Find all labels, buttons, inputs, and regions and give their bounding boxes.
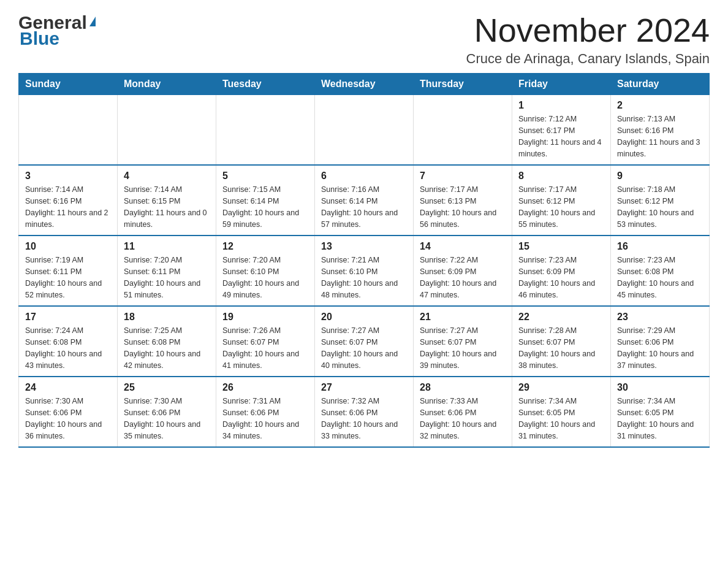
day-info: Sunrise: 7:24 AMSunset: 6:08 PMDaylight:… xyxy=(25,325,111,371)
day-number: 13 xyxy=(321,241,407,252)
day-info: Sunrise: 7:34 AMSunset: 6:05 PMDaylight:… xyxy=(617,396,703,442)
calendar-table: SundayMondayTuesdayWednesdayThursdayFrid… xyxy=(18,73,710,448)
day-number: 28 xyxy=(420,382,506,393)
calendar-cell: 25Sunrise: 7:30 AMSunset: 6:06 PMDayligh… xyxy=(118,377,216,447)
day-number: 30 xyxy=(617,382,703,393)
logo: General Blue xyxy=(18,12,96,49)
day-number: 2 xyxy=(617,100,703,111)
calendar-body: 1Sunrise: 7:12 AMSunset: 6:17 PMDaylight… xyxy=(19,95,710,448)
day-header-friday: Friday xyxy=(512,74,611,95)
day-number: 22 xyxy=(518,312,604,323)
day-info: Sunrise: 7:13 AMSunset: 6:16 PMDaylight:… xyxy=(617,113,703,159)
calendar-cell: 12Sunrise: 7:20 AMSunset: 6:10 PMDayligh… xyxy=(216,236,315,306)
calendar-cell xyxy=(315,95,414,166)
calendar-cell xyxy=(414,95,512,166)
calendar-cell: 1Sunrise: 7:12 AMSunset: 6:17 PMDaylight… xyxy=(512,95,611,166)
day-info: Sunrise: 7:18 AMSunset: 6:12 PMDaylight:… xyxy=(617,184,703,230)
day-number: 25 xyxy=(124,382,210,393)
calendar-cell xyxy=(118,95,216,166)
day-number: 21 xyxy=(420,312,506,323)
calendar-week-row: 10Sunrise: 7:19 AMSunset: 6:11 PMDayligh… xyxy=(19,236,710,306)
calendar-cell: 28Sunrise: 7:33 AMSunset: 6:06 PMDayligh… xyxy=(414,377,512,447)
day-info: Sunrise: 7:17 AMSunset: 6:12 PMDaylight:… xyxy=(518,184,604,230)
logo-blue-text: Blue xyxy=(20,28,59,49)
calendar-cell: 13Sunrise: 7:21 AMSunset: 6:10 PMDayligh… xyxy=(315,236,414,306)
calendar-cell: 27Sunrise: 7:32 AMSunset: 6:06 PMDayligh… xyxy=(315,377,414,447)
day-info: Sunrise: 7:27 AMSunset: 6:07 PMDaylight:… xyxy=(321,325,407,371)
page-header: General Blue November 2024 Cruce de Arin… xyxy=(18,12,710,67)
calendar-week-row: 17Sunrise: 7:24 AMSunset: 6:08 PMDayligh… xyxy=(19,306,710,377)
day-info: Sunrise: 7:14 AMSunset: 6:16 PMDaylight:… xyxy=(25,184,111,230)
calendar-week-row: 1Sunrise: 7:12 AMSunset: 6:17 PMDaylight… xyxy=(19,95,710,166)
day-number: 4 xyxy=(124,170,210,182)
day-number: 10 xyxy=(25,241,111,252)
day-info: Sunrise: 7:12 AMSunset: 6:17 PMDaylight:… xyxy=(518,113,604,159)
calendar-cell: 6Sunrise: 7:16 AMSunset: 6:14 PMDaylight… xyxy=(315,165,414,236)
day-info: Sunrise: 7:28 AMSunset: 6:07 PMDaylight:… xyxy=(518,325,604,371)
calendar-cell: 21Sunrise: 7:27 AMSunset: 6:07 PMDayligh… xyxy=(414,306,512,377)
calendar-cell: 8Sunrise: 7:17 AMSunset: 6:12 PMDaylight… xyxy=(512,165,611,236)
day-number: 26 xyxy=(222,382,308,393)
day-number: 12 xyxy=(222,241,308,252)
month-year-title: November 2024 xyxy=(466,12,710,48)
calendar-cell: 23Sunrise: 7:29 AMSunset: 6:06 PMDayligh… xyxy=(611,306,710,377)
day-number: 7 xyxy=(420,170,506,182)
day-number: 15 xyxy=(518,241,604,252)
calendar-cell: 24Sunrise: 7:30 AMSunset: 6:06 PMDayligh… xyxy=(19,377,118,447)
calendar-cell: 10Sunrise: 7:19 AMSunset: 6:11 PMDayligh… xyxy=(19,236,118,306)
day-info: Sunrise: 7:31 AMSunset: 6:06 PMDaylight:… xyxy=(222,396,308,442)
day-info: Sunrise: 7:26 AMSunset: 6:07 PMDaylight:… xyxy=(222,325,308,371)
calendar-cell: 20Sunrise: 7:27 AMSunset: 6:07 PMDayligh… xyxy=(315,306,414,377)
calendar-cell: 30Sunrise: 7:34 AMSunset: 6:05 PMDayligh… xyxy=(611,377,710,447)
day-info: Sunrise: 7:17 AMSunset: 6:13 PMDaylight:… xyxy=(420,184,506,230)
day-number: 16 xyxy=(617,241,703,252)
day-number: 5 xyxy=(222,170,308,182)
day-info: Sunrise: 7:16 AMSunset: 6:14 PMDaylight:… xyxy=(321,184,407,230)
calendar-cell: 18Sunrise: 7:25 AMSunset: 6:08 PMDayligh… xyxy=(118,306,216,377)
day-info: Sunrise: 7:27 AMSunset: 6:07 PMDaylight:… xyxy=(420,325,506,371)
day-header-saturday: Saturday xyxy=(611,74,710,95)
day-info: Sunrise: 7:21 AMSunset: 6:10 PMDaylight:… xyxy=(321,255,407,301)
calendar-cell: 7Sunrise: 7:17 AMSunset: 6:13 PMDaylight… xyxy=(414,165,512,236)
day-info: Sunrise: 7:33 AMSunset: 6:06 PMDaylight:… xyxy=(420,396,506,442)
day-info: Sunrise: 7:19 AMSunset: 6:11 PMDaylight:… xyxy=(25,255,111,301)
calendar-cell: 15Sunrise: 7:23 AMSunset: 6:09 PMDayligh… xyxy=(512,236,611,306)
calendar-cell xyxy=(19,95,118,166)
day-number: 18 xyxy=(124,312,210,323)
day-number: 6 xyxy=(321,170,407,182)
day-info: Sunrise: 7:20 AMSunset: 6:11 PMDaylight:… xyxy=(124,255,210,301)
calendar-week-row: 3Sunrise: 7:14 AMSunset: 6:16 PMDaylight… xyxy=(19,165,710,236)
day-info: Sunrise: 7:23 AMSunset: 6:08 PMDaylight:… xyxy=(617,255,703,301)
day-info: Sunrise: 7:30 AMSunset: 6:06 PMDaylight:… xyxy=(25,396,111,442)
day-header-sunday: Sunday xyxy=(19,74,118,95)
day-header-tuesday: Tuesday xyxy=(216,74,315,95)
day-number: 17 xyxy=(25,312,111,323)
day-number: 23 xyxy=(617,312,703,323)
calendar-cell: 5Sunrise: 7:15 AMSunset: 6:14 PMDaylight… xyxy=(216,165,315,236)
calendar-cell xyxy=(216,95,315,166)
calendar-cell: 14Sunrise: 7:22 AMSunset: 6:09 PMDayligh… xyxy=(414,236,512,306)
day-info: Sunrise: 7:20 AMSunset: 6:10 PMDaylight:… xyxy=(222,255,308,301)
calendar-cell: 26Sunrise: 7:31 AMSunset: 6:06 PMDayligh… xyxy=(216,377,315,447)
day-info: Sunrise: 7:22 AMSunset: 6:09 PMDaylight:… xyxy=(420,255,506,301)
day-number: 3 xyxy=(25,170,111,182)
day-number: 19 xyxy=(222,312,308,323)
location-text: Cruce de Arinaga, Canary Islands, Spain xyxy=(466,51,710,67)
day-header-monday: Monday xyxy=(118,74,216,95)
title-section: November 2024 Cruce de Arinaga, Canary I… xyxy=(466,12,710,67)
day-header-wednesday: Wednesday xyxy=(315,74,414,95)
day-info: Sunrise: 7:25 AMSunset: 6:08 PMDaylight:… xyxy=(124,325,210,371)
day-header-row: SundayMondayTuesdayWednesdayThursdayFrid… xyxy=(19,74,710,95)
day-number: 8 xyxy=(518,170,604,182)
calendar-cell: 16Sunrise: 7:23 AMSunset: 6:08 PMDayligh… xyxy=(611,236,710,306)
calendar-cell: 4Sunrise: 7:14 AMSunset: 6:15 PMDaylight… xyxy=(118,165,216,236)
day-number: 9 xyxy=(617,170,703,182)
day-info: Sunrise: 7:34 AMSunset: 6:05 PMDaylight:… xyxy=(518,396,604,442)
calendar-cell: 19Sunrise: 7:26 AMSunset: 6:07 PMDayligh… xyxy=(216,306,315,377)
calendar-cell: 9Sunrise: 7:18 AMSunset: 6:12 PMDaylight… xyxy=(611,165,710,236)
calendar-week-row: 24Sunrise: 7:30 AMSunset: 6:06 PMDayligh… xyxy=(19,377,710,447)
day-number: 11 xyxy=(124,241,210,252)
day-number: 20 xyxy=(321,312,407,323)
calendar-cell: 17Sunrise: 7:24 AMSunset: 6:08 PMDayligh… xyxy=(19,306,118,377)
day-info: Sunrise: 7:29 AMSunset: 6:06 PMDaylight:… xyxy=(617,325,703,371)
